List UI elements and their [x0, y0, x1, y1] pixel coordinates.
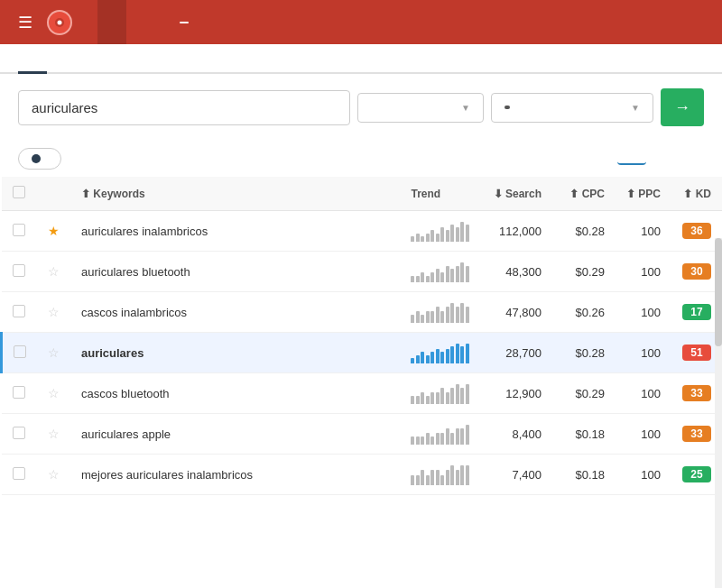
row-keyword[interactable]: cascos inalambricos	[70, 292, 400, 333]
row-search: 28,700	[480, 333, 552, 373]
row-ppc: 100	[616, 414, 671, 455]
table-header-row: ⬆ Keywords Trend ⬇ Search ⬆ CPC ⬆ PPC ⬆ …	[2, 177, 723, 211]
row-trend	[400, 252, 480, 292]
tab-related-keywords[interactable]	[617, 152, 646, 165]
kd-badge: 17	[682, 304, 711, 320]
table-row: ★ auriculares inalambricos 112,000 $0.28…	[2, 211, 723, 252]
row-ppc: 100	[616, 211, 671, 252]
kd-badge: 30	[682, 263, 711, 280]
nav-tab-history[interactable]	[207, 0, 236, 44]
top-nav: ☰	[0, 0, 722, 44]
lists-badge	[180, 22, 189, 23]
star-icon[interactable]: ☆	[48, 467, 60, 482]
kd-badge: 51	[682, 345, 711, 361]
filter-dot-icon	[32, 154, 41, 163]
table-row: ☆ cascos bluetooth 12,900 $0.29 100 33	[2, 373, 723, 414]
row-keyword[interactable]: auriculares	[70, 333, 400, 373]
language-chevron-icon: ▼	[631, 103, 640, 113]
row-trend	[400, 211, 480, 252]
row-trend	[400, 333, 480, 373]
row-ppc: 100	[616, 333, 671, 373]
nav-tab-search[interactable]	[97, 0, 126, 44]
row-checkbox[interactable]	[14, 345, 26, 358]
tab-domain[interactable]	[47, 44, 76, 74]
kd-badge: 36	[682, 223, 711, 239]
keyword-type-tabs	[617, 152, 704, 165]
table-row: ☆ auriculares 28,700 $0.28 100 51	[2, 333, 723, 373]
row-ppc: 100	[616, 292, 671, 333]
scrollbar-thumb[interactable]	[715, 238, 722, 346]
th-cpc[interactable]: ⬆ CPC	[552, 177, 616, 211]
row-checkbox[interactable]	[13, 264, 25, 277]
app-logo	[47, 10, 79, 35]
filter-button[interactable]	[18, 148, 61, 170]
row-keyword[interactable]: mejores auriculares inalambricos	[70, 455, 400, 495]
row-checkbox-cell	[2, 292, 38, 333]
star-icon[interactable]: ☆	[48, 264, 60, 279]
row-star-cell: ☆	[37, 455, 70, 495]
keywords-table: ⬆ Keywords Trend ⬇ Search ⬆ CPC ⬆ PPC ⬆ …	[0, 177, 722, 495]
row-keyword[interactable]: auriculares apple	[70, 414, 400, 455]
scrollbar-track	[715, 238, 722, 588]
row-cpc: $0.18	[552, 455, 616, 495]
row-search: 112,000	[480, 211, 552, 252]
row-trend	[400, 292, 480, 333]
kd-badge: 33	[682, 385, 711, 401]
country-selector[interactable]: ▼	[357, 93, 484, 123]
select-all-checkbox[interactable]	[13, 186, 25, 198]
star-icon[interactable]: ☆	[48, 386, 60, 400]
filter-row	[0, 141, 722, 177]
star-icon[interactable]: ☆	[48, 345, 60, 360]
star-icon[interactable]: ☆	[48, 305, 60, 319]
kd-badge: 33	[682, 426, 711, 442]
row-checkbox[interactable]	[13, 467, 25, 480]
tab-autocomplete[interactable]	[646, 152, 675, 165]
row-star-cell: ☆	[37, 414, 70, 455]
row-search: 8,400	[480, 414, 552, 455]
nav-tab-import[interactable]	[130, 0, 159, 44]
keyword-input[interactable]	[18, 90, 350, 125]
table-row: ☆ auriculares apple 8,400 $0.18 100 33	[2, 414, 723, 455]
row-checkbox-cell	[2, 414, 38, 455]
row-trend	[400, 373, 480, 414]
logo-icon	[47, 10, 72, 35]
row-keyword[interactable]: auriculares bluetooth	[70, 252, 400, 292]
row-ppc: 100	[616, 373, 671, 414]
th-kd[interactable]: ⬆ KD	[671, 177, 722, 211]
row-ppc: 100	[616, 455, 671, 495]
tab-questions[interactable]	[675, 152, 704, 165]
hamburger-menu[interactable]: ☰	[11, 5, 40, 40]
language-ab-icon	[504, 106, 510, 109]
th-keywords[interactable]: ⬆ Keywords	[70, 177, 400, 211]
table-row: ☆ mejores auriculares inalambricos 7,400…	[2, 455, 723, 495]
row-cpc: $0.28	[552, 211, 616, 252]
row-cpc: $0.29	[552, 252, 616, 292]
tab-keyword[interactable]	[18, 44, 47, 74]
row-keyword[interactable]: cascos bluetooth	[70, 373, 400, 414]
kd-badge: 25	[682, 466, 711, 482]
row-keyword[interactable]: auriculares inalambricos	[70, 211, 400, 252]
row-checkbox[interactable]	[13, 427, 25, 439]
main-content: ▼ ▼ →	[0, 44, 722, 588]
row-star-cell: ☆	[37, 373, 70, 414]
search-button[interactable]: →	[661, 88, 704, 126]
row-checkbox[interactable]	[13, 224, 25, 236]
row-search: 48,300	[480, 252, 552, 292]
row-checkbox-cell	[2, 333, 38, 373]
row-checkbox[interactable]	[13, 386, 25, 399]
row-cpc: $0.26	[552, 292, 616, 333]
nav-tab-lists[interactable]	[162, 0, 203, 44]
row-search: 7,400	[480, 455, 552, 495]
star-icon[interactable]: ★	[48, 224, 60, 238]
th-search[interactable]: ⬇ Search	[480, 177, 552, 211]
star-icon[interactable]: ☆	[48, 427, 60, 441]
row-trend	[400, 414, 480, 455]
country-chevron-icon: ▼	[461, 103, 470, 113]
row-cpc: $0.28	[552, 333, 616, 373]
th-ppc[interactable]: ⬆ PPC	[616, 177, 671, 211]
row-checkbox[interactable]	[13, 305, 25, 317]
th-trend: Trend	[400, 177, 480, 211]
row-checkbox-cell	[2, 373, 38, 414]
row-trend	[400, 455, 480, 495]
language-selector[interactable]: ▼	[491, 93, 653, 123]
